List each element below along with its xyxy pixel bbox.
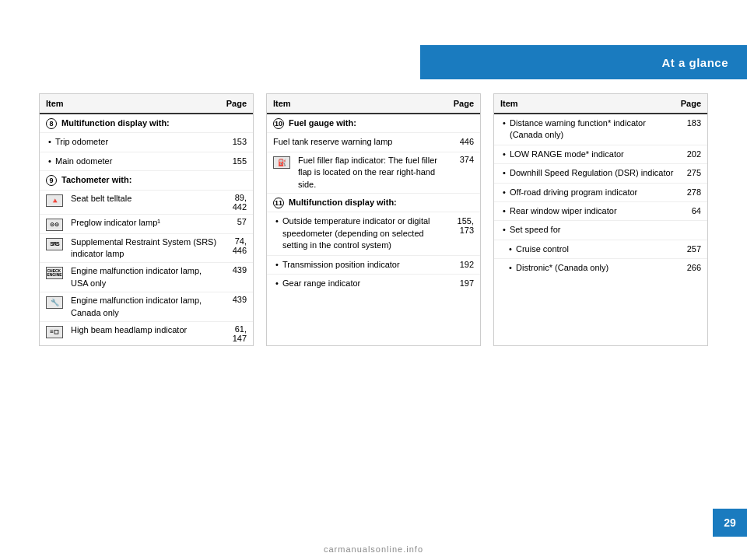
- highbeam-icon-box: ≡◻: [46, 324, 66, 338]
- distronic-page: 266: [678, 262, 701, 272]
- cruise-control-row: Cruise control 257: [494, 240, 707, 259]
- outside-temp-page: 155,173: [451, 215, 474, 235]
- main-odometer-item: Main odometer: [46, 156, 223, 167]
- header-banner: At a glance: [420, 45, 747, 79]
- section-9-title: Tachometer with:: [61, 175, 132, 184]
- downhill-speed-page: 275: [678, 167, 701, 177]
- transmission-row: Transmission position indicator 192: [267, 256, 480, 275]
- set-speed-page: [678, 224, 701, 225]
- fuel-filler-page: 374: [451, 155, 474, 164]
- circle-10: 10: [273, 118, 284, 129]
- circle-11: 11: [273, 198, 284, 208]
- trip-odometer-page: 153: [223, 136, 247, 146]
- circle-8: 8: [46, 118, 57, 129]
- seatbelt-row: 🔺 Seat belt telltale 89,442: [40, 191, 253, 215]
- col-3-header-item: Item: [500, 99, 518, 108]
- col-1-header-page: Page: [226, 99, 247, 108]
- gear-range-row: Gear range indicator 197: [267, 275, 480, 292]
- header-title: At a glance: [661, 56, 728, 69]
- main-odometer-row: Main odometer 155: [40, 152, 253, 171]
- fuel-tank-reserve-row: Fuel tank reserve warning lamp 446: [267, 133, 480, 152]
- highbeam-row: ≡◻ High beam headlamp indicator 61,147: [40, 322, 253, 345]
- col-2-header-page: Page: [454, 99, 474, 108]
- highbeam-text: High beam headlamp indicator: [71, 324, 219, 336]
- page-number: 29: [724, 516, 736, 529]
- distronic-item: Distronic* (Canada only): [500, 262, 678, 274]
- section-8-title: Multifunction display with:: [61, 118, 170, 128]
- offroad-item: Off-road driving program indicator: [500, 187, 678, 198]
- cruise-control-item: Cruise control: [500, 243, 678, 255]
- rear-wiper-row: Rear window wiper indicator 64: [494, 202, 707, 221]
- section-11-page: [451, 197, 474, 198]
- col-1-header-item: Item: [46, 99, 64, 108]
- low-range-row: LOW RANGE mode* indicator 202: [494, 145, 707, 164]
- engine-canada-page: 439: [223, 295, 247, 304]
- offroad-page: 278: [678, 187, 701, 197]
- low-range-page: 202: [678, 149, 701, 159]
- column-1: Item Page 8 Multifunction display with: …: [39, 93, 254, 346]
- engine-canada-icon-box: 🔧: [46, 295, 66, 309]
- srs-icon-box: SRS: [46, 236, 66, 250]
- distance-warning-page: 183: [678, 117, 701, 128]
- srs-row: SRS Supplemental Restraint System (SRS) …: [40, 234, 253, 264]
- section-8-header: 8 Multifunction display with:: [40, 114, 253, 133]
- distronic-row: Distronic* (Canada only) 266: [494, 259, 707, 277]
- col-2-header: Item Page: [267, 94, 480, 114]
- gear-range-item: Gear range indicator: [273, 278, 451, 289]
- engine-canada-icon: 🔧: [46, 296, 63, 309]
- preglow-icon-box: ⊙⊙: [46, 217, 66, 231]
- section-11-header: 11 Multifunction display with:: [267, 194, 480, 212]
- distance-warning-item: Distance warning func­tion* indicator (C…: [500, 117, 678, 142]
- low-range-item: LOW RANGE mode* indicator: [500, 149, 678, 160]
- main-odometer-page: 155: [223, 156, 247, 166]
- fuel-filler-icon-box: ⛽: [273, 155, 293, 169]
- fuel-tank-reserve-text: Fuel tank reserve warning lamp: [273, 137, 392, 146]
- section-10-title: Fuel gauge with:: [289, 118, 356, 128]
- seatbelt-icon-box: 🔺: [46, 193, 66, 207]
- rear-wiper-item: Rear window wiper indicator: [500, 205, 678, 217]
- rear-wiper-page: 64: [678, 205, 701, 215]
- trip-odometer-row: Trip odometer 153: [40, 133, 253, 152]
- check-engine-page: 439: [223, 265, 247, 275]
- outside-temp-item: Outside temperature indicator or digital…: [273, 215, 451, 251]
- section-10-header: 10 Fuel gauge with:: [267, 114, 480, 133]
- column-3: Item Page Distance warning func­tion* in…: [493, 93, 708, 346]
- col-3-header-page: Page: [681, 99, 701, 108]
- highbeam-page: 61,147: [223, 324, 247, 343]
- section-8-page: [223, 117, 247, 118]
- srs-page: 74,446: [223, 236, 247, 255]
- watermark: carmanualsonline.info: [324, 544, 423, 554]
- fuel-filler-row: ⛽ Fuel filler flap indica­tor: The fuel …: [267, 152, 480, 194]
- col-2-header-item: Item: [273, 99, 291, 108]
- engine-canada-row: 🔧 Engine malfunction indicator lamp, Can…: [40, 292, 253, 322]
- seatbelt-text: Seat belt telltale: [71, 193, 219, 205]
- column-2: Item Page 10 Fuel gauge with: Fuel tank …: [266, 93, 481, 346]
- circle-9: 9: [46, 175, 57, 186]
- transmission-page: 192: [451, 259, 474, 269]
- preglow-page: 57: [223, 217, 247, 226]
- srs-icon: SRS: [46, 238, 63, 250]
- section-9-page: [223, 174, 247, 175]
- transmission-item: Transmission position indicator: [273, 259, 451, 271]
- preglow-icon: ⊙⊙: [46, 219, 63, 231]
- srs-text: Supplemental Restraint System (SRS) indi…: [71, 236, 219, 261]
- preglow-text: Preglow indicator lamp¹: [71, 217, 219, 229]
- outside-temp-row: Outside temperature indicator or digital…: [267, 212, 480, 255]
- section-11-title: Multifunction display with:: [289, 198, 397, 207]
- seatbelt-icon: 🔺: [46, 194, 63, 207]
- fuel-filler-text: Fuel filler flap indica­tor: The fuel fi…: [298, 155, 446, 191]
- check-engine-icon: CHECKENGINE: [46, 267, 63, 279]
- fuel-filler-icon: ⛽: [273, 156, 290, 169]
- set-speed-row: Set speed for: [494, 221, 707, 240]
- preglow-row: ⊙⊙ Preglow indicator lamp¹ 57: [40, 215, 253, 234]
- highbeam-icon: ≡◻: [46, 326, 63, 338]
- gear-range-page: 197: [451, 278, 474, 288]
- check-engine-row: CHECKENGINE Engine malfunction indicator…: [40, 263, 253, 292]
- trip-odometer-item: Trip odometer: [46, 136, 223, 148]
- set-speed-label: Set speed for: [500, 224, 678, 236]
- distance-warning-row: Distance warning func­tion* indicator (C…: [494, 114, 707, 145]
- cruise-control-page: 257: [678, 243, 701, 254]
- fuel-tank-reserve-page: 446: [451, 136, 474, 146]
- check-engine-text: Engine malfunction indicator lamp, USA o…: [71, 265, 219, 289]
- main-content: Item Page 8 Multifunction display with: …: [39, 93, 708, 346]
